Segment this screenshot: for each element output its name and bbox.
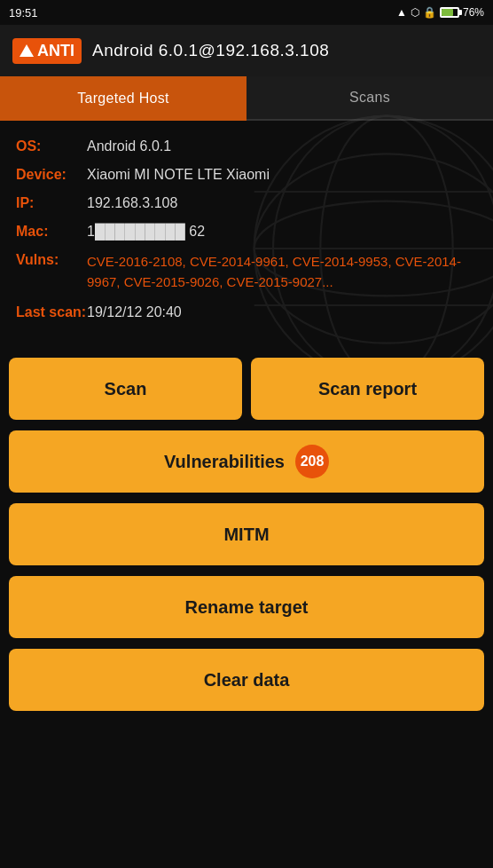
clear-data-button[interactable]: Clear data [9,649,484,711]
scan-button[interactable]: Scan [9,358,242,420]
mac-label: Mac: [16,224,87,240]
tab-scans[interactable]: Scans [246,76,493,121]
vulns-value: CVE-2016-2108, CVE-2014-9961, CVE-2014-9… [87,252,477,292]
device-label: Device: [16,167,87,183]
last-scan-value: 19/12/12 20:40 [87,304,477,320]
vulns-label: Vulns: [16,252,87,268]
tab-targeted-host[interactable]: Targeted Host [0,76,246,121]
status-bar: 19:51 ▲ ⬡ 🔒 76% [0,0,493,25]
vulnerabilities-button[interactable]: Vulnerabilities 208 [9,430,484,493]
vulns-row: Vulns: CVE-2016-2108, CVE-2014-9961, CVE… [16,252,477,292]
ip-row: IP: 192.168.3.108 [16,195,477,211]
lock-icon: 🔒 [423,6,436,19]
mac-value: 1█████████ 62 [87,224,477,240]
logo-triangle-icon [20,44,34,57]
tab-scans-label: Scans [349,90,390,106]
scan-report-button[interactable]: Scan report [251,358,484,420]
device-row: Device: Xiaomi MI NOTE LTE Xiaomi [16,167,477,183]
ip-label: IP: [16,195,87,211]
os-row: OS: Android 6.0.1 [16,138,477,154]
ip-value: 192.168.3.108 [87,195,477,211]
os-value: Android 6.0.1 [87,138,477,154]
tabs-container: Targeted Host Scans [0,76,493,121]
last-scan-row: Last scan: 19/12/12 20:40 [16,304,477,320]
buttons-section: Scan Scan report Vulnerabilities 208 MIT… [0,358,493,711]
status-icons: ▲ ⬡ 🔒 76% [396,6,484,19]
app-header: ANTI Android 6.0.1@192.168.3.108 [0,25,493,76]
os-label: OS: [16,138,87,154]
device-value: Xiaomi MI NOTE LTE Xiaomi [87,167,477,183]
logo-text: ANTI [37,42,74,60]
rename-target-button[interactable]: Rename target [9,576,484,638]
tab-targeted-host-label: Targeted Host [77,91,169,107]
mitm-button[interactable]: MITM [9,503,484,565]
app-logo: ANTI [12,38,82,64]
battery-percent: 76% [463,6,484,19]
vuln-count-badge: 208 [295,445,329,478]
status-time: 19:51 [9,6,38,20]
wifi-icon: ⬡ [411,6,419,19]
device-info-section: OS: Android 6.0.1 Device: Xiaomi MI NOTE… [0,121,493,342]
mac-row: Mac: 1█████████ 62 [16,224,477,240]
scan-buttons-row: Scan Scan report [9,358,484,420]
signal-icon: ▲ [396,6,407,19]
battery-icon [440,7,459,18]
app-title: Android 6.0.1@192.168.3.108 [92,41,329,60]
last-scan-label: Last scan: [16,304,87,320]
vulnerabilities-label: Vulnerabilities [164,452,285,472]
